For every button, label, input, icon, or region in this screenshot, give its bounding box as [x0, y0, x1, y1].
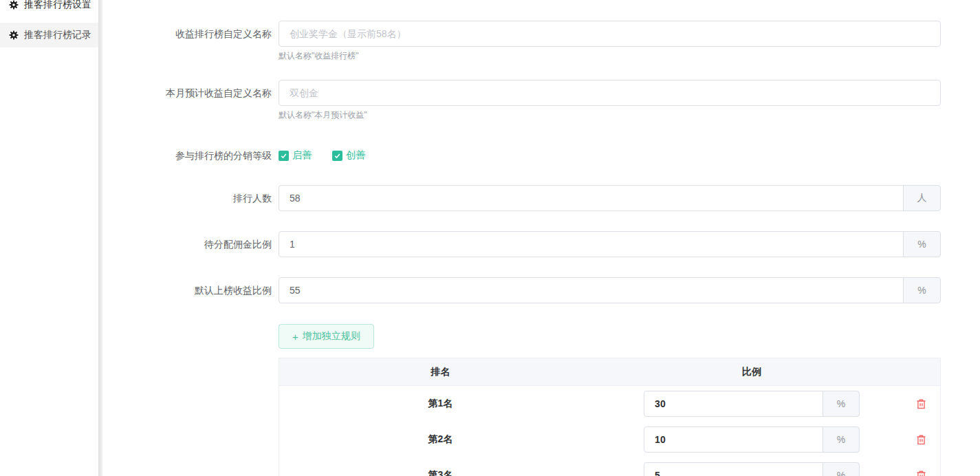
pending-commission-input[interactable]: [279, 231, 904, 257]
checkbox-level-chuangshan[interactable]: 创善: [332, 149, 365, 162]
delete-rule-button[interactable]: [915, 469, 927, 476]
delete-rule-button[interactable]: [915, 398, 927, 410]
table-row: 第2名 %: [279, 422, 940, 457]
form-row-default-income: 默认上榜收益比例 %: [102, 277, 980, 303]
form-row-monthly-name: 本月预计收益自定义名称 默认名称"本月预计收益": [102, 80, 980, 120]
sidebar-item-ranking-settings[interactable]: 推客排行榜设置: [0, 0, 98, 17]
table-row: 第3名 %: [279, 457, 940, 476]
ranking-name-help: 默认名称"收益排行榜": [279, 51, 941, 61]
rank-count-input[interactable]: [279, 185, 904, 211]
gear-icon: [9, 30, 19, 40]
trash-icon: [915, 433, 927, 446]
plus-icon: +: [292, 331, 298, 343]
sidebar-item-label: 推客排行榜记录: [24, 29, 91, 41]
form-row-pending-commission: 待分配佣金比例 %: [102, 231, 980, 257]
sidebar: 推客排行榜设置 推客排行榜记录: [0, 0, 98, 476]
rank-cell: 第2名: [279, 433, 602, 446]
checkbox-checked-icon: [279, 151, 289, 161]
ratio-unit: %: [823, 462, 860, 476]
form-row-levels: 参与排行榜的分销等级 启善 创善: [102, 142, 980, 169]
check-icon: [280, 152, 287, 160]
checkbox-level-qishan[interactable]: 启善: [279, 149, 312, 162]
pending-commission-label: 待分配佣金比例: [102, 231, 272, 257]
monthly-name-help: 默认名称"本月预计收益": [279, 110, 941, 120]
checkbox-checked-icon: [332, 151, 342, 161]
ratio-input-rank3[interactable]: [644, 462, 823, 476]
table-row: 第1名 %: [279, 386, 940, 422]
ranking-name-label: 收益排行榜自定义名称: [102, 21, 272, 47]
default-income-label: 默认上榜收益比例: [102, 277, 272, 303]
form-row-rules-table: 排名 比例 第1名 %: [102, 358, 980, 476]
default-income-input[interactable]: [279, 277, 904, 303]
check-icon: [334, 152, 341, 160]
ranking-settings-form: 收益排行榜自定义名称 默认名称"收益排行榜" 本月预计收益自定义名称 默认名称"…: [102, 0, 980, 476]
sidebar-menu: 推客排行榜设置 推客排行榜记录: [0, 0, 98, 47]
gear-icon: [9, 0, 19, 10]
rank-count-label: 排行人数: [102, 185, 272, 211]
trash-icon: [915, 469, 927, 476]
add-rule-button[interactable]: + 增加独立规则: [279, 324, 374, 349]
checkbox-label: 启善: [292, 149, 312, 162]
sidebar-item-label: 推客排行榜设置: [24, 0, 91, 11]
header-rank: 排名: [279, 366, 602, 378]
rules-table-header: 排名 比例: [279, 358, 940, 386]
add-rule-button-label: 增加独立规则: [303, 330, 360, 343]
rank-cell: 第1名: [279, 398, 602, 410]
form-row-add-rule: + 增加独立规则: [102, 324, 980, 349]
checkbox-label: 创善: [346, 149, 365, 162]
ranking-name-input[interactable]: [279, 21, 941, 47]
trash-icon: [915, 398, 927, 410]
levels-label: 参与排行榜的分销等级: [102, 142, 272, 169]
rank-cell: 第3名: [279, 469, 602, 476]
sidebar-item-ranking-records[interactable]: 推客排行榜记录: [0, 23, 98, 47]
pending-commission-unit: %: [903, 231, 941, 257]
ratio-input-rank1[interactable]: [644, 391, 823, 417]
ratio-unit: %: [823, 391, 860, 417]
ratio-unit: %: [823, 426, 860, 453]
form-row-ranking-name: 收益排行榜自定义名称 默认名称"收益排行榜": [102, 21, 980, 61]
rules-table: 排名 比例 第1名 %: [279, 358, 941, 476]
monthly-name-input[interactable]: [279, 80, 941, 106]
ratio-input-rank2[interactable]: [644, 426, 823, 453]
rank-count-unit: 人: [903, 185, 941, 211]
monthly-name-label: 本月预计收益自定义名称: [102, 80, 272, 106]
delete-rule-button[interactable]: [915, 433, 927, 446]
header-ratio: 比例: [602, 366, 902, 378]
default-income-unit: %: [903, 277, 941, 303]
form-row-rank-count: 排行人数 人: [102, 185, 980, 211]
